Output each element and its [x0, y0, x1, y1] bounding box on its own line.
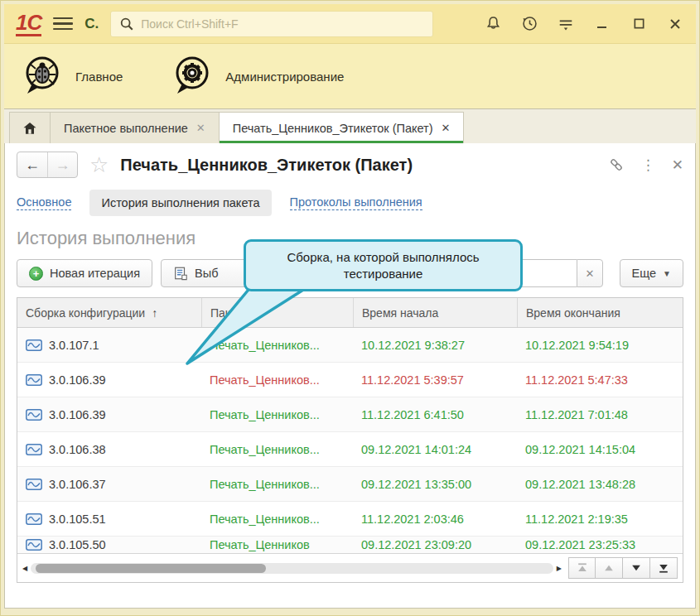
- start-time: 10.12.2021 9:38:27: [353, 339, 517, 352]
- get-link-icon[interactable]: [608, 156, 625, 173]
- iteration-icon: [26, 479, 42, 490]
- favorite-star-icon[interactable]: ☆: [89, 154, 109, 176]
- tab-label: Пакетное выполнение: [64, 122, 188, 135]
- search-icon: [118, 15, 136, 33]
- minimize-button[interactable]: [593, 15, 611, 33]
- page-title: Печать_Ценников_Этикеток (Пакет): [120, 156, 413, 175]
- column-header-end[interactable]: Время окончания: [517, 298, 683, 327]
- tab-package-active[interactable]: Печать_Ценников_Этикеток (Пакет) ✕: [219, 112, 465, 143]
- section-administration[interactable]: Администрирование: [169, 52, 344, 100]
- iteration-icon: [26, 409, 42, 421]
- toolbar-menu-icon[interactable]: [557, 15, 575, 33]
- new-iteration-button[interactable]: + Новая итерация: [17, 259, 152, 287]
- start-time: 09.12.2021 23:09:20: [353, 538, 517, 551]
- forward-button[interactable]: →: [47, 152, 77, 177]
- table-row-clipped[interactable]: 3.0.105.50 Печать_Ценников 09.12.2021 23…: [17, 537, 683, 553]
- build-number: 3.0.106.37: [49, 478, 106, 491]
- scroll-left-icon[interactable]: ◀: [22, 565, 27, 572]
- tab-close-icon[interactable]: ✕: [442, 122, 451, 134]
- package-name: Печать_Ценников...: [201, 408, 353, 421]
- history-table: Сборка конфигурации ↑ Пакет Время начала…: [17, 297, 683, 583]
- table-body: 3.0.107.1 Печать_Ценников... 10.12.2021 …: [17, 328, 683, 553]
- form-close-icon[interactable]: ✕: [672, 156, 683, 174]
- back-button[interactable]: ←: [17, 152, 47, 177]
- table-row[interactable]: 3.0.106.38 Печать_Ценников... 09.12.2021…: [17, 432, 683, 467]
- column-header-start[interactable]: Время начала: [353, 298, 517, 327]
- go-to-last-button[interactable]: [650, 557, 678, 579]
- home-tab[interactable]: [9, 112, 51, 143]
- package-name: Печать_Ценников...: [201, 373, 353, 387]
- end-time: 11.12.2021 5:47:33: [517, 373, 683, 387]
- end-time: 09.12.2021 13:48:28: [517, 478, 683, 491]
- next-row-button[interactable]: [623, 557, 650, 579]
- build-number: 3.0.106.38: [49, 443, 106, 456]
- column-header-build[interactable]: Сборка конфигурации ↑: [17, 298, 201, 327]
- iteration-icon: [26, 374, 42, 386]
- table-row[interactable]: 3.0.105.51 Печать_Ценников... 11.12.2021…: [17, 502, 683, 537]
- select-button-label: Выб: [195, 267, 218, 280]
- gear-speech-bubble-icon: [169, 52, 214, 100]
- table-row[interactable]: 3.0.106.39 Печать_Ценников... 11.12.2021…: [17, 363, 683, 397]
- tab-close-icon[interactable]: ✕: [196, 122, 205, 134]
- iteration-icon: [26, 513, 42, 525]
- clear-filter-icon[interactable]: ✕: [577, 259, 603, 287]
- nav-tab-history-active[interactable]: История выполнения пакета: [89, 190, 271, 216]
- build-number: 3.0.107.1: [49, 339, 99, 352]
- scroll-right-icon[interactable]: ▶: [557, 565, 562, 572]
- maximize-button[interactable]: [630, 15, 648, 33]
- table-row[interactable]: 3.0.106.37 Печать_Ценников... 09.12.2021…: [17, 467, 683, 502]
- nav-link-protocols[interactable]: Протоколы выполнения: [290, 195, 422, 210]
- more-button-label: Еще: [632, 267, 657, 280]
- service-mode-indicator: C.: [84, 16, 99, 32]
- form-content: ← → ☆ Печать_Ценников_Этикеток (Пакет) ⋮…: [4, 143, 696, 609]
- horizontal-scrollbar[interactable]: [31, 563, 553, 574]
- row-navigation-buttons: [568, 557, 678, 579]
- more-actions-button[interactable]: Еще ▼: [620, 259, 683, 287]
- bug-speech-bubble-icon: [19, 52, 64, 100]
- nav-link-main[interactable]: Основное: [17, 195, 71, 210]
- tab-batch-execution[interactable]: Пакетное выполнение ✕: [50, 112, 220, 143]
- window-frame-bottom: [4, 609, 696, 615]
- section-main[interactable]: Главное: [19, 52, 123, 100]
- build-number: 3.0.106.39: [49, 408, 106, 421]
- package-name: Печать_Ценников...: [201, 443, 353, 456]
- column-header-package[interactable]: Пакет: [201, 298, 353, 327]
- search-input[interactable]: [141, 17, 426, 31]
- package-name: Печать_Ценников...: [201, 478, 353, 491]
- chevron-down-icon: ▼: [663, 269, 671, 278]
- previous-row-button[interactable]: [596, 557, 623, 579]
- scrollbar-thumb[interactable]: [36, 564, 266, 573]
- more-menu-icon[interactable]: ⋮: [641, 156, 655, 174]
- end-time: 10.12.2021 9:54:19: [517, 339, 683, 352]
- iteration-icon: [26, 444, 42, 455]
- section-administration-label: Администрирование: [225, 70, 344, 84]
- form-toolbar: ← → ☆ Печать_Ценников_Этикеток (Пакет) ⋮…: [5, 143, 695, 183]
- global-search[interactable]: [110, 11, 433, 37]
- build-number: 3.0.105.51: [49, 513, 106, 526]
- iteration-icon: [26, 339, 42, 351]
- plus-icon: +: [29, 267, 43, 281]
- end-time: 09.12.2021 23:25:33: [517, 538, 683, 551]
- tab-label: Печать_Ценников_Этикеток (Пакет): [233, 122, 433, 135]
- history-icon[interactable]: [520, 15, 538, 33]
- close-button[interactable]: [666, 15, 684, 33]
- start-time: 11.12.2021 2:03:46: [353, 513, 517, 526]
- notifications-icon[interactable]: [484, 15, 502, 33]
- end-time: 09.12.2021 14:15:04: [517, 443, 683, 456]
- go-to-first-button[interactable]: [568, 557, 596, 579]
- annotation-callout: Сборка, на которой выполнялось тестирова…: [244, 239, 523, 291]
- end-time: 11.12.2021 7:01:48: [517, 408, 683, 421]
- 1c-logo: 1С: [16, 12, 41, 36]
- iteration-icon: [26, 539, 42, 551]
- new-iteration-label: Новая итерация: [50, 267, 140, 280]
- main-menu-icon[interactable]: [53, 17, 73, 31]
- home-icon: [22, 120, 38, 137]
- build-number: 3.0.106.39: [49, 373, 106, 387]
- sort-ascending-icon[interactable]: ↑: [152, 306, 157, 320]
- table-row[interactable]: 3.0.107.1 Печать_Ценников... 10.12.2021 …: [17, 328, 683, 363]
- table-row[interactable]: 3.0.106.39 Печать_Ценников... 11.12.2021…: [17, 397, 683, 432]
- table-scroll-row: ◀ ▶: [17, 553, 683, 582]
- section-main-label: Главное: [75, 70, 123, 84]
- start-time: 09.12.2021 13:35:00: [353, 478, 517, 491]
- package-name: Печать_Ценников...: [201, 513, 353, 526]
